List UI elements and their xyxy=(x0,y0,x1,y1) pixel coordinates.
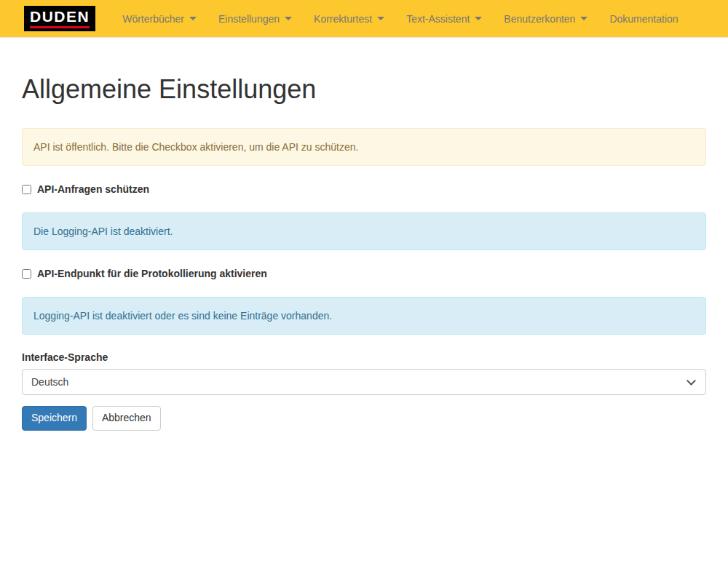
nav-item-korrekturtest: Korrekturtest xyxy=(303,0,395,37)
language-select[interactable]: Deutsch xyxy=(22,369,706,395)
enable-logging-label[interactable]: API-Endpunkt für die Protokollierung akt… xyxy=(22,268,706,279)
caret-down-icon xyxy=(285,17,292,20)
nav-label: Text-Assistent xyxy=(406,13,470,25)
nav-item-woerterbuecher: Wörterbücher xyxy=(111,0,207,37)
nav-item-dokumentation: Dokumentation xyxy=(598,0,689,37)
alert-logging-empty: Logging-API ist deaktiviert oder es sind… xyxy=(22,297,706,335)
enable-logging-label-text: API-Endpunkt für die Protokollierung akt… xyxy=(37,268,267,279)
nav-label: Korrekturtest xyxy=(314,13,372,25)
button-row: Speichern Abbrechen xyxy=(22,406,706,431)
nav-item-einstellungen: Einstellungen xyxy=(207,0,303,37)
navbar: DUDEN Wörterbücher Einstellungen Korrekt… xyxy=(0,0,728,38)
main-content: Allgemeine Einstellungen API ist öffentl… xyxy=(22,75,706,431)
nav-label: Einstellungen xyxy=(218,13,280,25)
nav-item-text-assistent: Text-Assistent xyxy=(395,0,493,37)
nav-link-einstellungen[interactable]: Einstellungen xyxy=(207,0,303,37)
language-label: Interface-Sprache xyxy=(22,351,706,363)
checkbox-group-protect-api: API-Anfragen schützen xyxy=(22,183,706,195)
duden-logo-text: DUDEN xyxy=(30,9,90,28)
alert-api-public: API ist öffentlich. Bitte die Checkbox a… xyxy=(22,128,706,166)
protect-api-label-text: API-Anfragen schützen xyxy=(37,183,149,195)
caret-down-icon xyxy=(189,17,197,20)
nav-link-woerterbuecher[interactable]: Wörterbücher xyxy=(111,0,207,37)
protect-api-label[interactable]: API-Anfragen schützen xyxy=(22,183,706,195)
protect-api-checkbox[interactable] xyxy=(22,185,31,194)
save-button[interactable]: Speichern xyxy=(22,406,87,431)
enable-logging-checkbox[interactable] xyxy=(22,269,31,279)
nav-label: Benutzerkonten xyxy=(504,13,575,25)
caret-down-icon xyxy=(475,17,482,20)
nav-link-dokumentation[interactable]: Dokumentation xyxy=(598,0,689,37)
duden-logo[interactable]: DUDEN xyxy=(24,6,95,31)
nav-label: Wörterbücher xyxy=(122,13,184,25)
nav-item-benutzerkonten: Benutzerkonten xyxy=(493,0,598,37)
alert-logging-state: Die Logging-API ist deaktiviert. xyxy=(22,212,706,250)
caret-down-icon xyxy=(377,17,384,20)
checkbox-group-enable-logging: API-Endpunkt für die Protokollierung akt… xyxy=(22,268,706,279)
language-select-wrap: Deutsch xyxy=(22,369,706,395)
main-nav: Wörterbücher Einstellungen Korrekturtest xyxy=(111,0,689,37)
cancel-button[interactable]: Abbrechen xyxy=(92,406,161,431)
navbar-inner: DUDEN Wörterbücher Einstellungen Korrekt… xyxy=(11,0,717,37)
nav-link-korrekturtest[interactable]: Korrekturtest xyxy=(303,0,395,37)
nav-link-text-assistent[interactable]: Text-Assistent xyxy=(395,0,493,37)
page-title: Allgemeine Einstellungen xyxy=(22,75,706,104)
caret-down-icon xyxy=(580,17,587,20)
nav-label: Dokumentation xyxy=(609,13,678,25)
nav-link-benutzerkonten[interactable]: Benutzerkonten xyxy=(493,0,598,37)
